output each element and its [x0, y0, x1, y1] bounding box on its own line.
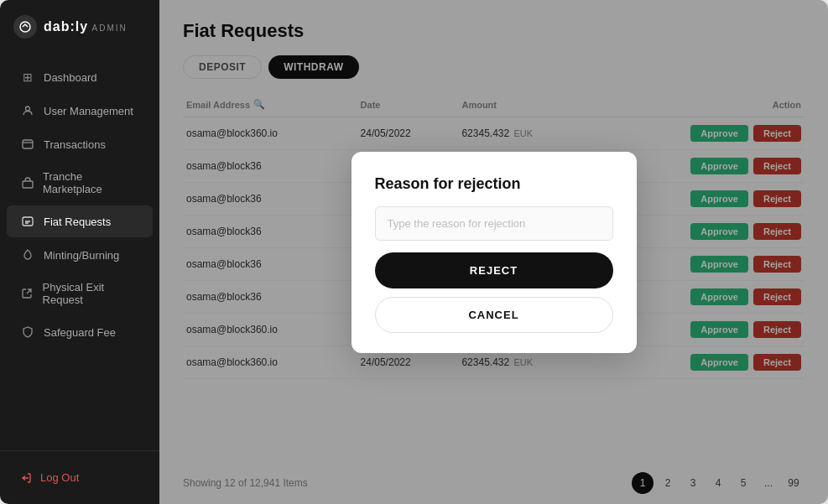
logo-text: dab:ly [44, 19, 88, 34]
sidebar-item-tranche-marketplace[interactable]: Tranche Marketplace [7, 162, 153, 204]
logout-label: Log Out [40, 471, 79, 484]
modal-overlay: Reason for rejection REJECT CANCEL [159, 0, 828, 504]
sidebar-item-label: Transactions [44, 138, 106, 151]
svg-rect-2 [23, 140, 33, 148]
sidebar-footer: Log Out [0, 450, 159, 504]
safeguard-fee-icon [20, 325, 35, 340]
modal-title: Reason for rejection [375, 175, 613, 193]
modal-cancel-button[interactable]: CANCEL [375, 297, 613, 333]
minting-burning-icon [20, 247, 35, 262]
physical-exit-icon [20, 286, 34, 301]
sidebar-item-label: Tranche Marketplace [43, 170, 139, 195]
main-content: Fiat Requests DEPOSIT WITHDRAW Email Add… [159, 0, 828, 504]
sidebar-logo: dab:ly ADMIN [0, 0, 159, 54]
sidebar-item-label: Physical Exit Request [43, 281, 139, 306]
user-management-icon [20, 103, 35, 118]
sidebar-item-label: Minting/Burning [44, 249, 119, 262]
tranche-marketplace-icon [20, 175, 34, 190]
sidebar-item-label: Safeguard Fee [44, 326, 116, 339]
svg-rect-3 [23, 181, 33, 188]
sidebar-item-user-management[interactable]: User Management [7, 95, 153, 127]
sidebar-nav: ⊞ Dashboard User Management [0, 54, 159, 450]
sidebar-item-dashboard[interactable]: ⊞ Dashboard [7, 61, 153, 93]
logout-button[interactable]: Log Out [13, 465, 146, 491]
dashboard-icon: ⊞ [20, 70, 35, 85]
sidebar-item-minting-burning[interactable]: Minting/Burning [7, 239, 153, 271]
sidebar-item-safeguard-fee[interactable]: Safeguard Fee [7, 316, 153, 348]
sidebar-item-physical-exit-request[interactable]: Physical Exit Request [7, 273, 153, 314]
svg-point-0 [20, 22, 30, 32]
fiat-requests-icon [20, 214, 35, 229]
sidebar-item-label: Dashboard [44, 71, 97, 84]
sidebar-item-transactions[interactable]: Transactions [7, 128, 153, 160]
rejection-reason-input[interactable] [375, 206, 613, 241]
sidebar: dab:ly ADMIN ⊞ Dashboard User Management [0, 0, 159, 504]
transactions-icon [20, 137, 35, 152]
logo-icon [13, 15, 37, 39]
sidebar-item-label: Fiat Requests [44, 216, 111, 228]
svg-point-1 [26, 107, 30, 111]
sidebar-item-fiat-requests[interactable]: Fiat Requests [7, 205, 153, 237]
modal-reject-button[interactable]: REJECT [375, 252, 613, 288]
sidebar-item-label: User Management [44, 105, 133, 117]
app-container: dab:ly ADMIN ⊞ Dashboard User Management [0, 0, 828, 504]
rejection-modal: Reason for rejection REJECT CANCEL [352, 152, 637, 353]
admin-badge: ADMIN [92, 23, 128, 33]
